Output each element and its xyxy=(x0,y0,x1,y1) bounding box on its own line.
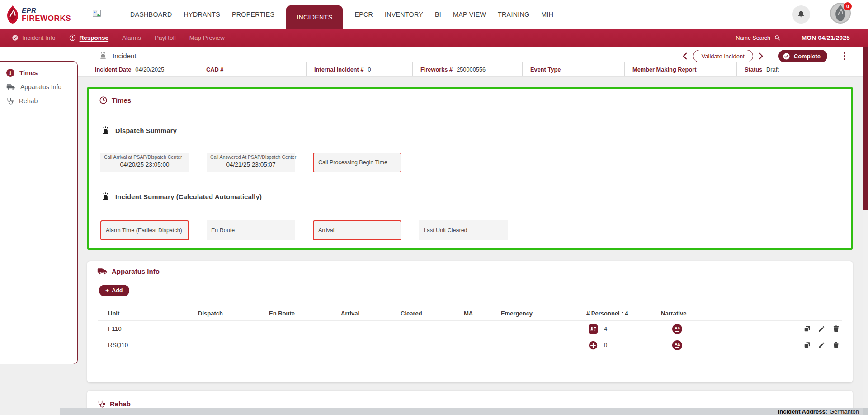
subnav-alarms[interactable]: Alarms xyxy=(122,34,141,41)
narrative-icon[interactable]: Aa xyxy=(672,340,682,350)
edit-icon[interactable] xyxy=(818,341,826,349)
unit-name: RSQ10 xyxy=(98,342,198,348)
field-internal-incident-number: Internal Incident # 0 xyxy=(306,62,412,76)
siren-icon xyxy=(99,51,108,60)
personnel-badge-icon[interactable] xyxy=(589,324,598,334)
field-event-type: Event Type xyxy=(522,62,624,76)
personnel-cell: 0 xyxy=(586,341,661,350)
subnav-payroll[interactable]: PayRoll xyxy=(155,34,176,41)
user-avatar[interactable]: 0 xyxy=(830,3,851,24)
field-call-processing-begin-time[interactable]: Call Processing Begin Time xyxy=(313,153,401,172)
scrollbar-thumb[interactable] xyxy=(863,47,868,210)
field-en-route[interactable]: En Route xyxy=(207,220,295,240)
subnav-incident-info[interactable]: Incident Info xyxy=(12,34,56,41)
stethoscope-icon xyxy=(97,400,106,408)
incident-header: Incident Validate Incident Complete xyxy=(0,47,868,77)
nav-bi[interactable]: BI xyxy=(435,11,441,18)
delete-icon[interactable] xyxy=(832,325,840,333)
top-bar: EPR FIREWORKS DASHBOARD HYDRANTS PROPERT… xyxy=(0,0,868,29)
flame-logo-icon xyxy=(5,5,20,24)
personnel-count: 4 xyxy=(604,325,607,332)
personnel-cell: 4 xyxy=(586,324,661,334)
incident-title-row: Incident xyxy=(99,51,137,60)
add-apparatus-button[interactable]: + Add xyxy=(99,285,129,296)
sidebar-item-apparatus-info[interactable]: Apparatus Info xyxy=(0,80,77,94)
page-title: Incident xyxy=(113,52,137,60)
fire-truck-icon xyxy=(6,84,15,91)
edit-icon[interactable] xyxy=(818,325,826,333)
plus-icon: + xyxy=(105,287,109,294)
info-icon: i xyxy=(6,69,14,77)
check-circle-icon xyxy=(783,52,790,60)
more-options-icon[interactable] xyxy=(842,50,847,62)
times-section-title: Times xyxy=(99,96,131,105)
personnel-count: 0 xyxy=(604,342,607,348)
search-icon[interactable] xyxy=(774,34,781,41)
add-personnel-icon[interactable] xyxy=(589,341,598,350)
sidebar-item-times[interactable]: i Times xyxy=(0,66,77,80)
table-row-f110: F110 4 xyxy=(98,321,842,337)
narrative-cell: Aa xyxy=(661,340,751,350)
brand-line1: EPR xyxy=(22,7,71,14)
dispatch-summary-title: Dispatch Summary xyxy=(101,126,177,135)
rehab-section-title: Rehab xyxy=(97,400,843,408)
row-actions xyxy=(751,325,842,333)
field-status: Status Draft xyxy=(736,62,853,76)
incident-address-bar: Incident Address: Germanton xyxy=(60,408,863,415)
nav-map-view[interactable]: MAP VIEW xyxy=(453,11,486,18)
incident-actions: Validate Incident Complete xyxy=(680,50,847,62)
nav-training[interactable]: TRAINING xyxy=(498,11,529,18)
incident-summary-title: Incident Summary (Calculated Automatical… xyxy=(101,192,262,201)
copy-icon[interactable] xyxy=(803,325,811,333)
brand-logo[interactable]: EPR FIREWORKS xyxy=(5,5,71,24)
nav-inventory[interactable]: INVENTORY xyxy=(385,11,423,18)
nav-mih[interactable]: MIH xyxy=(541,11,553,18)
field-fireworks-number: Fireworks # 250000556 xyxy=(412,62,522,76)
table-row-rsq10: RSQ10 0 Aa xyxy=(98,337,842,353)
field-incident-date: Incident Date 04/20/2025 xyxy=(87,62,198,76)
nav-hydrants[interactable]: HYDRANTS xyxy=(184,11,220,18)
siren-icon xyxy=(101,192,110,201)
scrollbar-corner xyxy=(863,408,868,415)
field-member-making-report: Member Making Report xyxy=(624,62,736,76)
subnav-response[interactable]: Response xyxy=(69,34,109,41)
incident-sub-nav: Incident Info Response Alarms PayRoll xyxy=(0,29,868,47)
current-date: MON 04/21/2025 xyxy=(802,34,850,41)
nav-dashboard[interactable]: DASHBOARD xyxy=(130,11,172,18)
broken-image-icon xyxy=(93,10,101,17)
chevron-left-icon[interactable] xyxy=(680,51,689,61)
field-alarm-time[interactable]: Alarm Time (Earliest Dispatch) xyxy=(100,220,189,240)
delete-icon[interactable] xyxy=(832,341,840,349)
sidebar-item-rehab[interactable]: Rehab xyxy=(0,94,77,108)
siren-icon xyxy=(101,126,110,135)
brand-line2: FIREWORKS xyxy=(22,14,71,22)
copy-icon[interactable] xyxy=(803,341,811,349)
times-section: Times Dispatch Summary Call Arrival at P… xyxy=(87,87,853,250)
name-search[interactable]: Name Search xyxy=(736,34,781,41)
exclamation-circle-icon xyxy=(69,34,76,41)
field-last-unit-cleared[interactable]: Last Unit Cleared xyxy=(419,220,508,240)
unit-name: F110 xyxy=(98,325,198,332)
page-scrollbar[interactable] xyxy=(863,47,868,415)
incident-address-label: Incident Address: xyxy=(778,408,827,415)
main-nav: DASHBOARD HYDRANTS PROPERTIES INCIDENTS … xyxy=(130,0,553,29)
chevron-right-icon[interactable] xyxy=(757,51,766,61)
nav-epcr[interactable]: EPCR xyxy=(354,11,373,18)
notifications-button[interactable] xyxy=(792,5,810,24)
sub-nav-items: Incident Info Response Alarms PayRoll xyxy=(12,29,225,47)
apparatus-table: Unit Dispatch En Route Arrival Cleared M… xyxy=(98,306,842,353)
apparatus-info-section: Apparatus Info + Add Unit Dispatch En Ro… xyxy=(87,261,853,382)
complete-button[interactable]: Complete xyxy=(778,50,827,62)
validate-incident-button[interactable]: Validate Incident xyxy=(693,50,753,62)
narrative-icon[interactable]: Aa xyxy=(672,324,682,334)
field-arrival[interactable]: Arrival xyxy=(313,220,401,240)
check-circle-icon xyxy=(12,34,19,41)
incident-fields-row: Incident Date 04/20/2025 CAD # Internal … xyxy=(87,62,853,76)
field-call-answered-psap[interactable]: Call Answered At PSAP/Dispatch Center 04… xyxy=(207,153,295,172)
brand-text: EPR FIREWORKS xyxy=(22,7,71,22)
fire-truck-icon xyxy=(97,267,108,275)
nav-properties[interactable]: PROPERTIES xyxy=(232,11,274,18)
nav-incidents[interactable]: INCIDENTS xyxy=(286,5,343,29)
subnav-map-preview[interactable]: Map Preview xyxy=(189,34,225,41)
field-call-arrival-psap[interactable]: Call Arrival at PSAP/Dispatch Center 04/… xyxy=(100,153,189,172)
